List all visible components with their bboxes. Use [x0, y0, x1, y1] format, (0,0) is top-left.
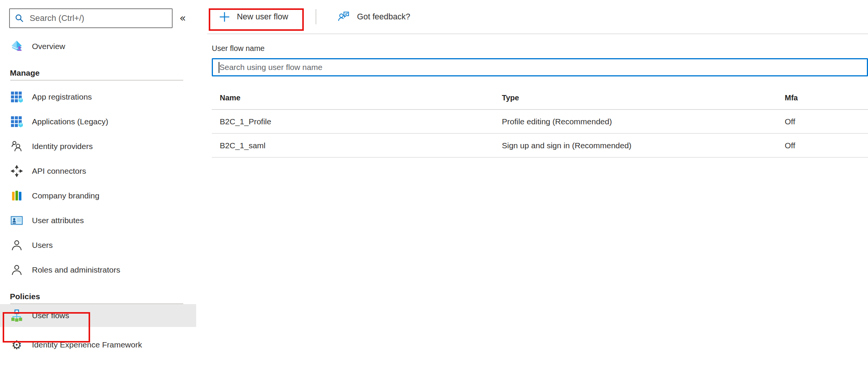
section-divider [10, 80, 183, 81]
got-feedback-label: Got feedback? [357, 12, 410, 22]
overview-icon [10, 40, 24, 53]
sidebar-item-label: API connectors [32, 167, 86, 176]
column-header-mfa[interactable]: Mfa [785, 94, 868, 102]
api-connectors-icon [10, 164, 24, 178]
sidebar-item-label: Company branding [32, 191, 99, 200]
table-row[interactable]: B2C_1_saml Sign up and sign in (Recommen… [212, 134, 868, 158]
sidebar-item-label: Roles and administrators [32, 265, 120, 274]
sidebar-item-label: User flows [32, 311, 69, 320]
column-header-type[interactable]: Type [502, 94, 785, 102]
toolbar-divider [316, 9, 316, 24]
sidebar-section-policies: Policies [0, 282, 196, 303]
sidebar-search-box[interactable] [9, 8, 173, 28]
sidebar-item-label: Identity providers [32, 142, 93, 151]
sidebar-item-identity-experience-framework[interactable]: ⚙ Identity Experience Framework [0, 332, 196, 357]
command-bar: New user flow Got feedback? [207, 0, 868, 34]
table-header-row: Name Type Mfa [212, 76, 868, 110]
sidebar-section-manage: Manage [0, 59, 196, 80]
roles-and-administrators-icon [10, 263, 24, 277]
cell-mfa: Off [785, 141, 868, 150]
main-content: New user flow Got feedback? User flow na… [207, 0, 868, 368]
app-registrations-icon [10, 90, 24, 104]
sidebar-item-label: User attributes [32, 216, 84, 225]
sidebar-search-row: « [9, 8, 196, 28]
new-user-flow-label: New user flow [237, 12, 288, 22]
table-row[interactable]: B2C_1_Profile Profile editing (Recommend… [212, 110, 868, 134]
sidebar-item-user-flows[interactable]: User flows [0, 304, 196, 327]
user-flow-name-label: User flow name [212, 44, 868, 53]
applications-legacy-icon [10, 115, 24, 128]
identity-providers-icon [10, 140, 24, 153]
sidebar-item-identity-providers[interactable]: Identity providers [0, 134, 196, 159]
new-user-flow-button[interactable]: New user flow [207, 6, 300, 28]
got-feedback-button[interactable]: Got feedback? [326, 6, 422, 28]
sidebar-item-label: Overview [32, 42, 65, 51]
sidebar-search-input[interactable] [29, 13, 167, 24]
sidebar-item-overview[interactable]: Overview [0, 34, 196, 59]
user-flows-table: Name Type Mfa B2C_1_Profile Profile edit… [212, 76, 868, 158]
sidebar-item-label: Identity Experience Framework [32, 340, 142, 349]
sidebar-item-roles-and-administrators[interactable]: Roles and administrators [0, 257, 196, 282]
collapse-sidebar-button[interactable]: « [177, 11, 188, 25]
user-attributes-icon [10, 214, 24, 227]
sidebar-item-applications-legacy[interactable]: Applications (Legacy) [0, 109, 196, 134]
cell-name[interactable]: B2C_1_Profile [212, 117, 502, 126]
user-flows-icon [10, 309, 24, 322]
gear-icon: ⚙ [10, 338, 24, 352]
sidebar-item-label: Applications (Legacy) [32, 117, 108, 126]
sidebar: « Overview Manage [0, 0, 196, 368]
content-body: User flow name Name Type Mfa B2C_1_Profi… [207, 44, 868, 158]
feedback-icon [338, 10, 351, 23]
sidebar-item-company-branding[interactable]: Company branding [0, 183, 196, 208]
cell-type: Profile editing (Recommended) [502, 117, 785, 126]
sidebar-item-users[interactable]: Users [0, 233, 196, 257]
search-icon [14, 13, 24, 23]
plus-icon [219, 11, 230, 23]
cell-mfa: Off [785, 117, 868, 126]
sidebar-item-app-registrations[interactable]: App registrations [0, 84, 196, 109]
user-flow-search-field[interactable] [212, 58, 868, 76]
company-branding-icon [10, 189, 24, 203]
user-flow-search-input[interactable] [213, 62, 867, 72]
cell-type: Sign up and sign in (Recommended) [502, 141, 785, 150]
sidebar-nav: Overview Manage App registr [0, 34, 196, 357]
sidebar-item-label: App registrations [32, 92, 92, 102]
sidebar-item-api-connectors[interactable]: API connectors [0, 159, 196, 183]
sidebar-item-label: Users [32, 241, 53, 250]
text-cursor [219, 62, 219, 73]
cell-name[interactable]: B2C_1_saml [212, 141, 502, 150]
users-icon [10, 238, 24, 252]
sidebar-item-user-attributes[interactable]: User attributes [0, 208, 196, 233]
column-header-name[interactable]: Name [212, 94, 502, 102]
